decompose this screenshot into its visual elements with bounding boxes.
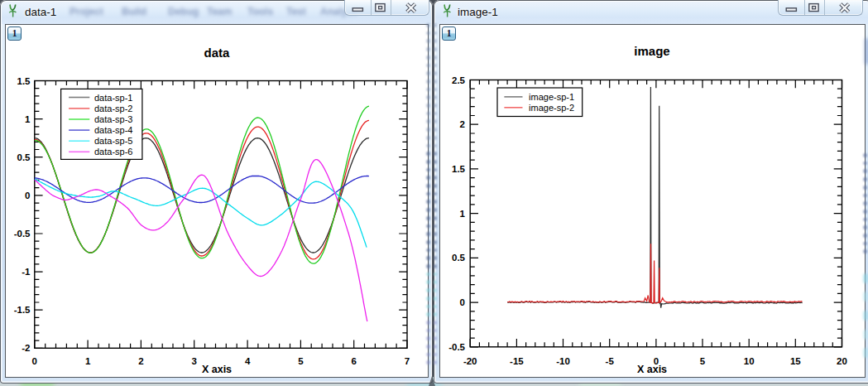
svg-text:20: 20 bbox=[837, 356, 847, 366]
svg-text:-1: -1 bbox=[22, 267, 31, 277]
svg-text:data-sp-6: data-sp-6 bbox=[94, 147, 132, 157]
svg-text:image-sp-1: image-sp-1 bbox=[529, 92, 574, 102]
svg-text:data-sp-5: data-sp-5 bbox=[94, 136, 132, 146]
svg-text:-1.5: -1.5 bbox=[14, 305, 31, 315]
svg-text:4: 4 bbox=[245, 356, 251, 366]
svg-text:0.5: 0.5 bbox=[17, 152, 31, 162]
svg-text:2.5: 2.5 bbox=[452, 75, 466, 85]
svg-text:image-sp-2: image-sp-2 bbox=[529, 103, 574, 113]
svg-text:15: 15 bbox=[790, 356, 801, 366]
svg-text:0: 0 bbox=[32, 356, 37, 366]
svg-text:1.5: 1.5 bbox=[17, 76, 31, 86]
svg-text:data-sp-4: data-sp-4 bbox=[94, 125, 132, 135]
svg-text:-15: -15 bbox=[510, 356, 524, 366]
svg-text:1: 1 bbox=[25, 114, 31, 124]
svg-text:3: 3 bbox=[191, 356, 196, 366]
svg-text:1.5: 1.5 bbox=[452, 164, 466, 174]
svg-text:-5: -5 bbox=[606, 356, 615, 366]
svg-text:-0.5: -0.5 bbox=[14, 229, 31, 239]
svg-text:data: data bbox=[204, 46, 231, 60]
svg-text:7: 7 bbox=[405, 356, 410, 366]
svg-text:6: 6 bbox=[351, 356, 356, 366]
svg-text:0.5: 0.5 bbox=[452, 253, 466, 263]
svg-text:-0.5: -0.5 bbox=[448, 342, 465, 352]
svg-text:2: 2 bbox=[138, 356, 143, 366]
svg-text:data-sp-2: data-sp-2 bbox=[94, 104, 132, 113]
svg-text:image: image bbox=[634, 44, 669, 58]
svg-text:5: 5 bbox=[298, 356, 304, 366]
svg-text:data-sp-3: data-sp-3 bbox=[94, 114, 132, 124]
svg-text:-10: -10 bbox=[556, 356, 570, 366]
svg-text:-2: -2 bbox=[22, 343, 30, 353]
svg-text:data-sp-1: data-sp-1 bbox=[94, 93, 132, 103]
svg-text:2: 2 bbox=[460, 119, 465, 129]
svg-text:0: 0 bbox=[25, 191, 30, 200]
svg-text:1: 1 bbox=[460, 209, 466, 219]
svg-text:10: 10 bbox=[744, 356, 755, 366]
svg-text:1: 1 bbox=[85, 356, 91, 366]
svg-text:0: 0 bbox=[460, 297, 465, 307]
svg-text:5: 5 bbox=[700, 356, 706, 366]
svg-text:X axis: X axis bbox=[202, 364, 232, 375]
svg-text:X axis: X axis bbox=[637, 364, 667, 375]
svg-text:-20: -20 bbox=[463, 356, 477, 366]
